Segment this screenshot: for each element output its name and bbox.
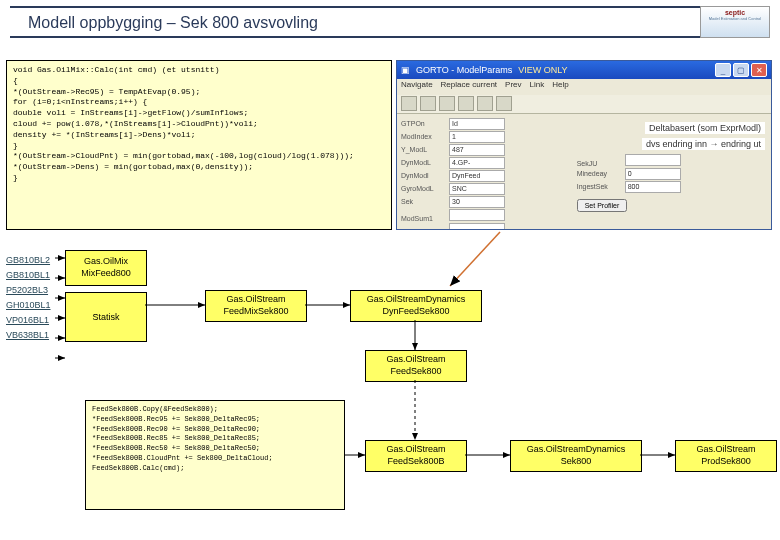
set-profiler-button[interactable]: Set Profiler	[577, 199, 628, 212]
stream-label: GB810BL1	[6, 270, 56, 280]
window-icon: ▣	[401, 65, 410, 75]
stream-label: GH010BL1	[6, 300, 56, 310]
menu-item[interactable]: Navigate	[401, 80, 433, 94]
toolbar-button[interactable]	[496, 96, 512, 111]
readonly-badge: VIEW ONLY	[518, 65, 567, 75]
toolbar-button[interactable]	[458, 96, 474, 111]
window-menu: Navigate Replace current Prev Link Help	[397, 79, 771, 95]
window-title-text: GORTO - ModelParams	[416, 65, 512, 75]
box-gasoilmix: Gas.OilMix MixFeed800	[65, 250, 147, 286]
menu-item[interactable]: Replace current	[441, 80, 497, 94]
close-button[interactable]: ✕	[751, 63, 767, 77]
model-params-window: ▣ GORTO - ModelParams VIEW ONLY _ ▢ ✕ Na…	[396, 60, 772, 230]
param-field[interactable]: 800	[625, 181, 681, 193]
logo-subtext: Model Estimation and Control	[701, 16, 769, 21]
param-field[interactable]: 30	[449, 196, 505, 208]
menu-item[interactable]: Link	[530, 80, 545, 94]
box-prodsek: Gas.OilStream ProdSek800	[675, 440, 777, 472]
callout-endring: dvs endring inn → endring ut	[642, 138, 765, 150]
param-field[interactable]	[625, 154, 681, 166]
septic-logo: septic Model Estimation and Control	[700, 6, 770, 38]
param-field[interactable]: 487	[449, 144, 505, 156]
stream-label: P5202BL3	[6, 285, 56, 295]
box-static: Statisk	[65, 292, 147, 342]
svg-line-13	[450, 232, 500, 286]
param-field[interactable]: Id	[449, 118, 505, 130]
box-feedsek: Gas.OilStream FeedSek800	[365, 350, 467, 382]
callout-delta: Deltabasert (som ExprModl)	[645, 122, 765, 134]
code-block-1: void Gas.OilMix::Calc(int cmd) (et utsni…	[6, 60, 392, 230]
box-sek800: Gas.OilStreamDynamics Sek800	[510, 440, 642, 472]
param-field[interactable]	[449, 209, 505, 221]
stream-label: VB638BL1	[6, 330, 56, 340]
toolbar-button[interactable]	[420, 96, 436, 111]
box-dynfeed: Gas.OilStreamDynamics DynFeedSek800	[350, 290, 482, 322]
menu-item[interactable]: Help	[552, 80, 568, 94]
maximize-button[interactable]: ▢	[733, 63, 749, 77]
param-field[interactable]: DynFeed	[449, 170, 505, 182]
minimize-button[interactable]: _	[715, 63, 731, 77]
toolbar-button[interactable]	[477, 96, 493, 111]
window-titlebar[interactable]: ▣ GORTO - ModelParams VIEW ONLY _ ▢ ✕	[397, 61, 771, 79]
stream-label: GB810BL2	[6, 255, 56, 265]
menu-item[interactable]: Prev	[505, 80, 521, 94]
header: Modell oppbygging – Sek 800 avsvovling s…	[10, 6, 770, 38]
window-body: Deltabasert (som ExprModl) dvs endring i…	[397, 114, 771, 230]
param-field[interactable]: 4.GP-	[449, 157, 505, 169]
side-label-list: GB810BL2 GB810BL1 P5202BL3 GH010BL1 VP01…	[6, 250, 56, 345]
box-feedmix: Gas.OilStream FeedMixSek800	[205, 290, 307, 322]
toolbar-button[interactable]	[439, 96, 455, 111]
stream-label: VP016BL1	[6, 315, 56, 325]
param-field[interactable]: 1	[449, 131, 505, 143]
box-feedsekb: Gas.OilStream FeedSek800B	[365, 440, 467, 472]
logo-text: septic	[701, 9, 769, 16]
window-toolbar	[397, 95, 771, 114]
code-block-2: FeedSek800B.Copy(&FeedSek800); *FeedSek8…	[85, 400, 345, 510]
param-field[interactable]: SNC	[449, 183, 505, 195]
toolbar-button[interactable]	[401, 96, 417, 111]
param-field[interactable]: 0	[625, 168, 681, 180]
page-title: Modell oppbygging – Sek 800 avsvovling	[28, 14, 318, 31]
param-field[interactable]	[449, 223, 505, 230]
